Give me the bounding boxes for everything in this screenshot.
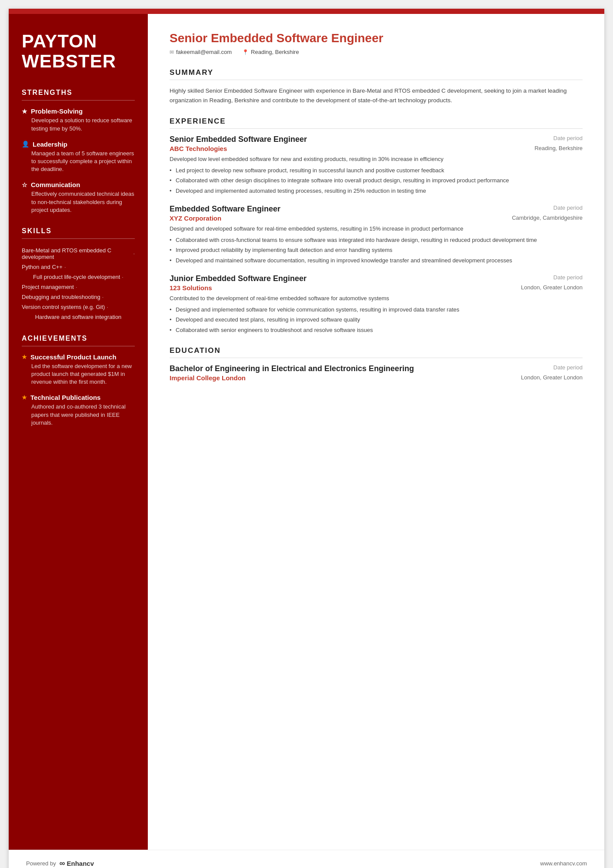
- footer-website: www.enhancv.com: [540, 860, 587, 867]
- exp-company-row-1: ABC Technologies Reading, Berkshire: [170, 145, 583, 152]
- achievement-star-2: ★: [22, 394, 27, 401]
- exp-location-2: Cambridge, Cambridgeshire: [512, 214, 583, 221]
- main-header: Senior Embedded Software Engineer ✉ fake…: [170, 31, 583, 55]
- strengths-divider: [22, 100, 135, 101]
- skill-item-5: Debugging and troubleshooting ·: [22, 292, 135, 302]
- summary-divider: [170, 80, 583, 80]
- achievement-label-2: Technical Publications: [30, 394, 100, 401]
- experience-heading: EXPERIENCE: [170, 117, 583, 126]
- skill-dot-2: ·: [64, 264, 66, 270]
- exp-company-2: XYZ Corporation: [170, 214, 221, 222]
- achievement-desc-2: Authored and co-authored 3 technical pap…: [22, 403, 135, 427]
- achievement-label-1: Successful Product Launch: [30, 353, 117, 361]
- exp-header-row-2: Embedded Software Engineer Date period: [170, 204, 583, 214]
- enhancv-icon: ∞: [60, 859, 65, 868]
- exp-date-1: Date period: [553, 135, 583, 141]
- experience-section: EXPERIENCE Senior Embedded Software Engi…: [170, 117, 583, 334]
- exp-bullet-1-2: Collaborated with other design disciplin…: [170, 176, 583, 185]
- enhancv-name: Enhancv: [67, 860, 94, 867]
- skill-item-6: Version control systems (e.g. Git) ·: [22, 302, 135, 312]
- exp-company-row-3: 123 Solutions London, Greater London: [170, 284, 583, 292]
- candidate-name: PAYTON WEBSTER: [22, 31, 135, 71]
- edu-school-1: Imperial College London: [170, 374, 246, 382]
- exp-header-row-1: Senior Embedded Software Engineer Date p…: [170, 135, 583, 144]
- location-icon: 📍: [242, 49, 249, 55]
- resume-body: PAYTON WEBSTER STRENGTHS ★ Problem-Solvi…: [9, 14, 604, 850]
- strength-label-1: Problem-Solving: [31, 107, 83, 115]
- strength-item-1: ★ Problem-Solving Developed a solution t…: [22, 107, 135, 132]
- skill-item-1: Bare-Metal and RTOS embedded C developme…: [22, 246, 135, 261]
- strength-desc-3: Effectively communicated technical ideas…: [22, 190, 135, 214]
- main-content: Senior Embedded Software Engineer ✉ fake…: [148, 14, 604, 850]
- edu-school-row-1: Imperial College London London, Greater …: [170, 374, 583, 382]
- exp-bullets-2: Collaborated with cross-functional teams…: [170, 236, 583, 265]
- edu-header-row-1: Bachelor of Engineering in Electrical an…: [170, 364, 583, 373]
- contact-email: ✉ fakeemail@email.com: [170, 49, 232, 55]
- skill-dot-1: ·: [133, 250, 135, 257]
- strength-title-3: ☆ Communication: [22, 181, 135, 188]
- skill-dot-4: ·: [76, 284, 77, 290]
- achievement-star-1: ★: [22, 354, 27, 360]
- name-line1: PAYTON: [22, 31, 97, 51]
- enhancv-logo: ∞ Enhancv: [60, 859, 94, 868]
- strength-label-2: Leadership: [33, 141, 67, 148]
- exp-job-title-1: Senior Embedded Software Engineer: [170, 135, 307, 144]
- exp-desc-2: Designed and developed software for real…: [170, 225, 583, 233]
- strength-item-2: 👤 Leadership Managed a team of 5 softwar…: [22, 141, 135, 174]
- person-icon: 👤: [22, 141, 29, 147]
- achievement-item-1: ★ Successful Product Launch Led the soft…: [22, 353, 135, 386]
- skill-item-7: Hardware and software integration: [22, 312, 135, 322]
- name-line2: WEBSTER: [22, 51, 116, 71]
- sidebar: PAYTON WEBSTER STRENGTHS ★ Problem-Solvi…: [9, 14, 148, 850]
- email-icon: ✉: [170, 49, 174, 55]
- skill-dot-6: ·: [107, 304, 108, 310]
- exp-desc-3: Contributed to the development of real-t…: [170, 294, 583, 303]
- skills-grid: Bare-Metal and RTOS embedded C developme…: [22, 246, 135, 322]
- experience-entry-2: Embedded Software Engineer Date period X…: [170, 204, 583, 265]
- achievements-heading: ACHIEVEMENTS: [22, 335, 135, 342]
- exp-bullet-3-1: Designed and implemented software for ve…: [170, 305, 583, 314]
- strength-label-3: Communication: [31, 181, 80, 188]
- contact-row: ✉ fakeemail@email.com 📍 Reading, Berkshi…: [170, 49, 583, 55]
- footer-left: Powered by ∞ Enhancv: [26, 859, 94, 868]
- strength-item-3: ☆ Communication Effectively communicated…: [22, 181, 135, 214]
- exp-bullet-1-3: Developed and implemented automated test…: [170, 187, 583, 195]
- exp-job-title-3: Junior Embedded Software Engineer: [170, 274, 306, 283]
- star-icon-2: ☆: [22, 181, 27, 188]
- exp-bullet-1-1: Led project to develop new software prod…: [170, 166, 583, 175]
- exp-header-row-3: Junior Embedded Software Engineer Date p…: [170, 274, 583, 283]
- experience-entry-3: Junior Embedded Software Engineer Date p…: [170, 274, 583, 334]
- experience-entry-1: Senior Embedded Software Engineer Date p…: [170, 135, 583, 195]
- exp-bullet-3-2: Developed and executed test plans, resul…: [170, 315, 583, 324]
- summary-heading: SUMMARY: [170, 68, 583, 77]
- edu-date-1: Date period: [553, 364, 583, 371]
- exp-company-row-2: XYZ Corporation Cambridge, Cambridgeshir…: [170, 214, 583, 222]
- exp-bullets-3: Designed and implemented software for ve…: [170, 305, 583, 335]
- exp-desc-1: Developed low level embedded software fo…: [170, 155, 583, 164]
- achievements-divider: [22, 346, 135, 346]
- location-text: Reading, Berkshire: [251, 49, 299, 55]
- edu-degree-1: Bachelor of Engineering in Electrical an…: [170, 364, 414, 373]
- edu-location-1: London, Greater London: [521, 374, 583, 381]
- achievement-title-2: ★ Technical Publications: [22, 394, 135, 401]
- exp-bullets-1: Led project to develop new software prod…: [170, 166, 583, 195]
- exp-bullet-2-1: Collaborated with cross-functional teams…: [170, 236, 583, 245]
- education-heading: EDUCATION: [170, 346, 583, 355]
- strengths-heading: STRENGTHS: [22, 89, 135, 97]
- achievement-item-2: ★ Technical Publications Authored and co…: [22, 394, 135, 427]
- top-accent-bar: [9, 9, 604, 14]
- achievement-desc-1: Led the software development for a new p…: [22, 362, 135, 386]
- skill-dot-5: ·: [102, 294, 104, 300]
- strength-desc-1: Developed a solution to reduce software …: [22, 117, 135, 132]
- skill-dot-3: ·: [122, 274, 123, 280]
- star-icon-1: ★: [22, 108, 27, 115]
- exp-bullet-2-2: Improved product reliability by implemen…: [170, 246, 583, 255]
- education-entry-1: Bachelor of Engineering in Electrical an…: [170, 364, 583, 382]
- summary-text: Highly skilled Senior Embedded Software …: [170, 86, 583, 105]
- skills-heading: SKILLS: [22, 227, 135, 235]
- skill-item-2: Python and C++ ·: [22, 262, 135, 271]
- skill-item-3: Full product life-cycle development ·: [22, 272, 135, 282]
- strength-desc-2: Managed a team of 5 software engineers t…: [22, 150, 135, 174]
- powered-by-text: Powered by: [26, 860, 56, 867]
- exp-job-title-2: Embedded Software Engineer: [170, 204, 280, 214]
